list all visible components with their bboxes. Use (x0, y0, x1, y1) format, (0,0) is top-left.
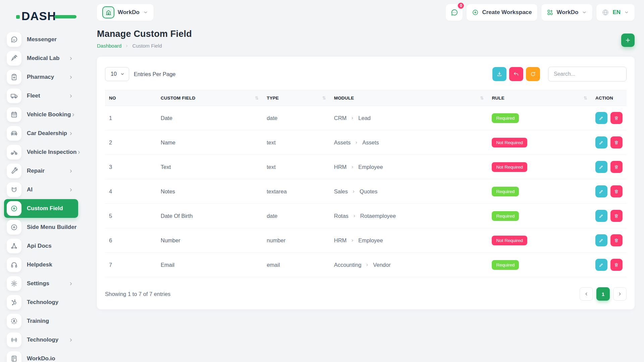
sidebar-item-repair[interactable]: Repair (4, 162, 78, 180)
cell-module: HRMEmployee (330, 155, 488, 179)
module-name: Sales (334, 188, 348, 195)
edit-button[interactable] (595, 259, 607, 271)
main-area: WorkDo 0 Create Workspace WorkDo (82, 0, 644, 362)
sidebar-item-label: AI (27, 186, 68, 193)
pencil-icon (599, 165, 604, 170)
sort-icon[interactable]: ⇅ (480, 96, 484, 101)
van-icon (7, 88, 21, 103)
export-button[interactable] (492, 67, 506, 81)
table-row: 2NametextAssetsAssetsNot Required (105, 130, 627, 155)
search-input[interactable] (548, 67, 627, 81)
cell-rule: Required (488, 204, 591, 228)
app-root: DASH MessengerMedical LabPharmacyFleetVe… (0, 0, 644, 362)
language-selector[interactable]: EN (596, 4, 635, 21)
refresh-button[interactable] (526, 67, 540, 81)
pagination: 1 (580, 287, 627, 301)
delete-button[interactable] (610, 210, 623, 222)
delete-button[interactable] (610, 234, 623, 246)
sidebar-item-vehicle-booking[interactable]: Vehicle Booking (4, 105, 78, 124)
pagination-page-1-button[interactable]: 1 (596, 287, 610, 301)
module-name: HRM (334, 164, 347, 170)
sidebar-item-car-dealership[interactable]: Car Dealership (4, 124, 78, 143)
messages-button[interactable]: 0 (446, 4, 463, 21)
edit-button[interactable] (595, 234, 607, 246)
page-head: Manage Custom Field Dashboard Custom Fie… (97, 29, 635, 49)
sidebar-item-technology[interactable]: Technology (4, 330, 78, 349)
sidebar-item-technology[interactable]: Technology (4, 293, 78, 312)
sidebar-item-settings[interactable]: Settings (4, 274, 78, 293)
delete-button[interactable] (610, 161, 623, 173)
gear-icon (7, 276, 21, 291)
sidebar-item-api-docs[interactable]: Api Docs (4, 237, 78, 255)
sidebar-item-label: WorkDo.io (27, 355, 73, 362)
edit-button[interactable] (595, 185, 607, 197)
cell-no: 5 (105, 204, 157, 228)
cell-no: 3 (105, 155, 157, 179)
trash-icon (614, 116, 619, 121)
sidebar-item-vehicle-inspection[interactable]: Vehicle Inspection (4, 143, 78, 162)
sidebar-item-helpdesk[interactable]: Helpdesk (4, 255, 78, 274)
breadcrumb-dashboard-link[interactable]: Dashboard (97, 43, 121, 49)
edit-button[interactable] (595, 210, 607, 222)
edit-button[interactable] (595, 112, 607, 124)
cell-rule: Required (488, 106, 591, 130)
add-custom-field-button[interactable] (621, 34, 635, 47)
column-header-type[interactable]: TYPE⇅ (263, 90, 330, 106)
headset-icon (7, 257, 21, 272)
sidebar-item-ai[interactable]: AI (4, 180, 78, 199)
card-toolbar: 10 Entries Per Page (105, 67, 627, 90)
column-header-rule[interactable]: RULE⇅ (488, 90, 591, 106)
globe-icon (602, 9, 609, 16)
sidebar-item-label: Repair (27, 168, 68, 174)
sort-icon[interactable]: ⇅ (322, 96, 326, 101)
delete-button[interactable] (610, 259, 623, 271)
pagination-prev-button[interactable] (580, 287, 593, 301)
sidebar-item-training[interactable]: Training (4, 312, 78, 330)
delete-button[interactable] (610, 112, 623, 124)
entries-per-page-select[interactable]: 10 (105, 67, 129, 81)
journal-icon (7, 351, 21, 362)
sidebar-item-custom-field[interactable]: Custom Field (4, 199, 78, 218)
sort-icon[interactable]: ⇅ (255, 96, 259, 101)
pagination-next-button[interactable] (613, 287, 627, 301)
edit-button[interactable] (595, 136, 607, 148)
module-name: Rotas (334, 213, 348, 219)
sidebar-item-label: Api Docs (27, 243, 73, 249)
submodule-name: Employee (358, 164, 383, 170)
chevron-down-icon (624, 10, 629, 15)
sort-icon[interactable]: ⇅ (584, 96, 587, 101)
edit-button[interactable] (595, 161, 607, 173)
column-header-custom-field[interactable]: CUSTOM FIELD⇅ (157, 90, 263, 106)
toolbar-left: 10 Entries Per Page (105, 67, 176, 81)
cell-module: SalesQuotes (330, 179, 488, 204)
brand-logo[interactable]: DASH (21, 9, 65, 24)
toolbar-right (492, 67, 627, 81)
column-header-action: ACTION (591, 90, 627, 106)
chevron-right-icon (68, 281, 73, 286)
sidebar-item-label: Settings (27, 280, 68, 287)
entries-select-value: 10 (111, 71, 117, 77)
chevron-down-icon (582, 10, 587, 15)
breadcrumb: Dashboard Custom Field (97, 43, 192, 49)
delete-button[interactable] (610, 136, 623, 148)
sidebar-item-pharmacy[interactable]: Pharmacy (4, 68, 78, 86)
submodule-name: Rotaemployee (360, 213, 396, 219)
rule-badge: Not Required (492, 162, 527, 172)
cell-no: 6 (105, 228, 157, 253)
workspace-dropdown[interactable]: WorkDo (541, 4, 593, 21)
cell-action (591, 130, 627, 155)
module-name: Accounting (334, 262, 362, 268)
column-header-module[interactable]: MODULE⇅ (330, 90, 488, 106)
create-workspace-button[interactable]: Create Workspace (467, 4, 537, 21)
delete-button[interactable] (610, 185, 623, 197)
workspace-switcher[interactable]: WorkDo (97, 4, 154, 21)
undo-icon (513, 71, 519, 77)
sidebar-item-workdo-io[interactable]: WorkDo.io (4, 349, 78, 362)
sidebar-item-fleet[interactable]: Fleet (4, 86, 78, 105)
custom-field-card: 10 Entries Per Page NOCUSTOM FIELD⇅TYPE⇅… (97, 57, 635, 309)
cell-type: date (263, 204, 330, 228)
reset-button[interactable] (509, 67, 523, 81)
sidebar-item-messenger[interactable]: Messenger (4, 30, 78, 49)
sidebar-item-medical-lab[interactable]: Medical Lab (4, 49, 78, 68)
sidebar-item-side-menu-builder[interactable]: Side Menu Builder (4, 218, 78, 237)
